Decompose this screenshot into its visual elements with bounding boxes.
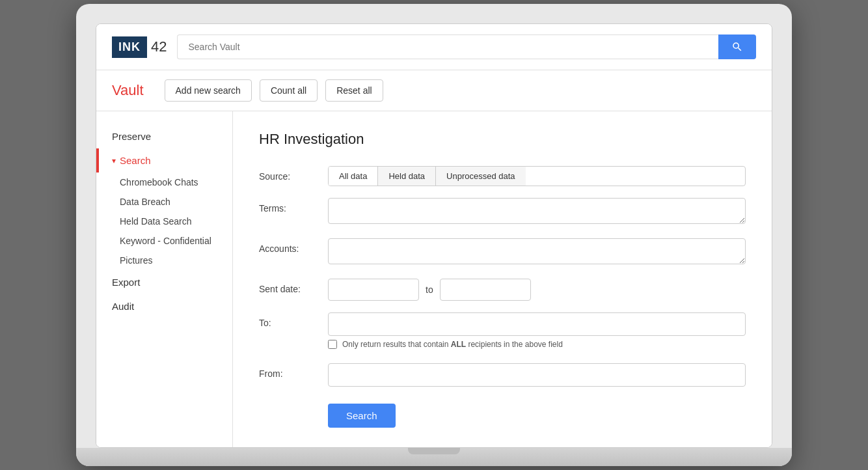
search-icon	[731, 41, 743, 53]
from-field	[328, 363, 746, 387]
accounts-input[interactable]	[328, 238, 746, 264]
search-button[interactable]: Search	[328, 404, 396, 428]
source-tab-all-data[interactable]: All data	[329, 167, 378, 186]
sidebar-sub-item-chromebook-chats[interactable]: Chromebook Chats	[96, 173, 232, 192]
source-tab-unprocessed-data[interactable]: Unprocessed data	[436, 167, 526, 186]
sidebar: Preserve ▾ Search Chromebook Chats Data …	[96, 111, 233, 447]
laptop-notch	[408, 448, 460, 454]
search-vault-button[interactable]	[718, 35, 756, 59]
sent-date-from-input[interactable]	[328, 279, 419, 301]
logo: INK 42	[112, 36, 167, 58]
to-field: Only return results that contain ALL rec…	[328, 312, 746, 352]
from-input[interactable]	[328, 363, 746, 387]
sidebar-sub-item-keyword-confidential[interactable]: Keyword - Confidential	[96, 231, 232, 251]
reset-all-button[interactable]: Reset all	[325, 79, 383, 102]
to-row: To: Only return results that contain ALL…	[259, 312, 746, 352]
to-input[interactable]	[328, 312, 746, 336]
sent-date-label: Sent date:	[259, 279, 318, 294]
logo-ink: INK	[112, 36, 147, 58]
accounts-field	[328, 238, 746, 267]
checkbox-row: Only return results that contain ALL rec…	[328, 340, 746, 349]
sidebar-item-search[interactable]: ▾ Search	[96, 148, 232, 173]
checkbox-label-bold: ALL	[451, 340, 466, 349]
vault-title: Vault	[112, 82, 144, 99]
main-content: Preserve ▾ Search Chromebook Chats Data …	[96, 111, 772, 447]
sidebar-item-search-label: Search	[120, 155, 151, 166]
source-tabs: All data Held data Unprocessed data	[328, 166, 746, 186]
sidebar-item-audit[interactable]: Audit	[96, 294, 232, 318]
sent-date-to-connector: to	[426, 284, 433, 295]
terms-field	[328, 198, 746, 227]
investigation-title: HR Investigation	[259, 131, 746, 148]
sidebar-item-preserve[interactable]: Preserve	[96, 124, 232, 148]
laptop-base	[76, 448, 792, 466]
main-area: HR Investigation Source: All data Held d…	[233, 111, 772, 447]
terms-input[interactable]	[328, 198, 746, 224]
source-row: Source: All data Held data Unprocessed d…	[259, 166, 746, 186]
terms-label: Terms:	[259, 198, 318, 214]
from-label: From:	[259, 363, 318, 379]
chevron-down-icon: ▾	[112, 156, 116, 165]
search-vault-container	[177, 35, 756, 59]
checkbox-label: Only return results that contain ALL rec…	[342, 340, 563, 349]
sidebar-sub-items: Chromebook Chats Data Breach Held Data S…	[96, 173, 232, 270]
source-label: Source:	[259, 166, 318, 182]
all-recipients-checkbox[interactable]	[328, 340, 337, 349]
source-tabs-container: All data Held data Unprocessed data	[328, 166, 746, 186]
sent-date-to-input[interactable]	[440, 279, 531, 301]
checkbox-label-suffix: recipients in the above field	[466, 340, 563, 349]
sidebar-sub-item-pictures[interactable]: Pictures	[96, 251, 232, 270]
sidebar-sub-item-data-breach[interactable]: Data Breach	[96, 192, 232, 212]
from-row: From:	[259, 363, 746, 387]
accounts-label: Accounts:	[259, 238, 318, 254]
sent-date-row: Sent date: to	[259, 279, 746, 301]
search-button-container: Search	[328, 398, 746, 428]
to-label: To:	[259, 312, 318, 328]
accounts-row: Accounts:	[259, 238, 746, 267]
sidebar-item-export[interactable]: Export	[96, 270, 232, 294]
checkbox-label-prefix: Only return results that contain	[342, 340, 451, 349]
source-tab-held-data[interactable]: Held data	[378, 167, 436, 186]
add-new-search-button[interactable]: Add new search	[165, 79, 252, 102]
terms-row: Terms:	[259, 198, 746, 227]
count-all-button[interactable]: Count all	[260, 79, 318, 102]
sent-date-fields: to	[328, 279, 746, 301]
header: INK 42	[96, 24, 772, 70]
search-vault-input[interactable]	[177, 35, 718, 59]
sidebar-sub-item-held-data-search[interactable]: Held Data Search	[96, 212, 232, 231]
logo-number: 42	[151, 38, 167, 55]
active-indicator	[96, 148, 99, 173]
sub-header: Vault Add new search Count all Reset all	[96, 70, 772, 111]
